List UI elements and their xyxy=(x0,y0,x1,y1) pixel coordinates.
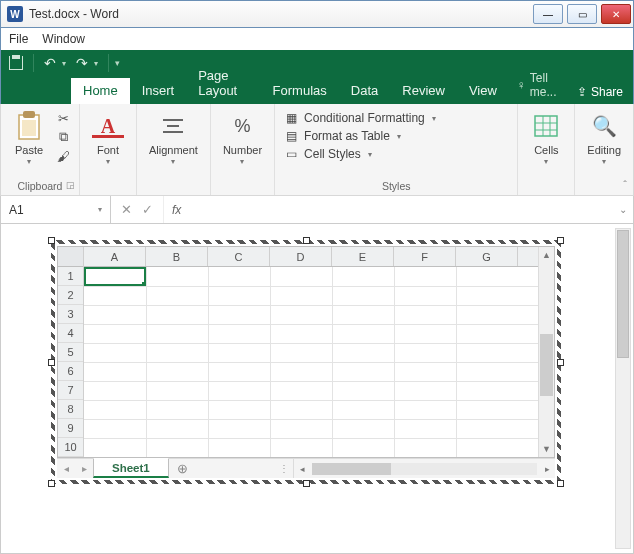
group-font: A Font ▾ xyxy=(80,104,137,195)
close-button[interactable]: ✕ xyxy=(601,4,631,24)
document-area[interactable]: 1 2 3 4 5 6 7 8 9 10 A B C D xyxy=(0,224,634,554)
row-header[interactable]: 3 xyxy=(58,305,83,324)
row-header[interactable]: 4 xyxy=(58,324,83,343)
share-button[interactable]: ⇪Share xyxy=(567,80,633,104)
document-vertical-scrollbar[interactable] xyxy=(615,228,631,549)
scroll-right-icon[interactable]: ▸ xyxy=(539,464,555,474)
undo-button[interactable]: ↶ xyxy=(44,55,56,71)
editing-button[interactable]: 🔍 Editing ▾ xyxy=(583,108,625,168)
sheet-horizontal-scrollbar[interactable]: ◂ ▸ xyxy=(293,459,555,478)
number-button[interactable]: % Number ▾ xyxy=(219,108,266,168)
row-header[interactable]: 2 xyxy=(58,286,83,305)
format-painter-icon[interactable]: 🖌 xyxy=(55,148,71,164)
svg-rect-2 xyxy=(22,120,36,136)
name-box[interactable]: A1▾ xyxy=(1,196,111,223)
expand-formula-bar[interactable]: ⌄ xyxy=(613,204,633,215)
sheet-vertical-scrollbar[interactable]: ▲ ▼ xyxy=(538,247,554,457)
row-header[interactable]: 1 xyxy=(58,267,83,286)
scroll-left-icon[interactable]: ◂ xyxy=(294,464,310,474)
fx-icon[interactable]: fx xyxy=(164,203,189,217)
menu-file[interactable]: File xyxy=(9,32,28,46)
font-button[interactable]: A Font ▾ xyxy=(88,108,128,168)
enter-formula-icon[interactable]: ✓ xyxy=(142,202,153,217)
resize-handle-se[interactable] xyxy=(557,480,564,487)
row-header[interactable]: 8 xyxy=(58,400,83,419)
column-header[interactable]: E xyxy=(332,247,394,266)
row-header[interactable]: 5 xyxy=(58,343,83,362)
group-cells: Cells ▾ xyxy=(518,104,575,195)
tab-data[interactable]: Data xyxy=(339,78,390,104)
redo-dropdown[interactable]: ▾ xyxy=(94,59,98,68)
scroll-thumb[interactable] xyxy=(540,334,553,396)
qat-customize[interactable]: ▾ xyxy=(115,58,120,68)
resize-handle-nw[interactable] xyxy=(48,237,55,244)
minimize-button[interactable]: — xyxy=(533,4,563,24)
cond-format-icon: ▦ xyxy=(283,110,299,126)
embedded-spreadsheet-object[interactable]: 1 2 3 4 5 6 7 8 9 10 A B C D xyxy=(51,240,561,484)
row-header[interactable]: 9 xyxy=(58,419,83,438)
column-header[interactable]: C xyxy=(208,247,270,266)
font-icon: A xyxy=(92,110,124,142)
formula-input[interactable] xyxy=(189,196,613,223)
resize-handle-e[interactable] xyxy=(557,359,564,366)
scroll-up-icon[interactable]: ▲ xyxy=(539,247,554,263)
resize-handle-w[interactable] xyxy=(48,359,55,366)
undo-dropdown[interactable]: ▾ xyxy=(62,59,66,68)
add-sheet-button[interactable]: ⊕ xyxy=(169,459,197,478)
sheet-nav-first[interactable]: ◂ xyxy=(57,459,75,478)
select-all-corner[interactable] xyxy=(58,247,83,267)
find-icon: 🔍 xyxy=(588,110,620,142)
row-header[interactable]: 10 xyxy=(58,438,83,457)
tab-insert[interactable]: Insert xyxy=(130,78,187,104)
percent-icon: % xyxy=(226,110,258,142)
copy-icon[interactable]: ⧉ xyxy=(55,129,71,145)
cell-styles-button[interactable]: ▭Cell Styles▾ xyxy=(283,146,436,162)
collapse-ribbon-button[interactable]: ˆ xyxy=(623,179,627,191)
tab-review[interactable]: Review xyxy=(390,78,457,104)
row-header[interactable]: 7 xyxy=(58,381,83,400)
separator xyxy=(33,54,34,72)
format-as-table-button[interactable]: ▤Format as Table▾ xyxy=(283,128,436,144)
paste-button[interactable]: Paste ▾ xyxy=(9,108,49,168)
save-icon[interactable] xyxy=(9,56,23,70)
scroll-thumb[interactable] xyxy=(617,230,629,358)
cell-grid[interactable] xyxy=(84,267,538,457)
menu-window[interactable]: Window xyxy=(42,32,85,46)
clipboard-launcher[interactable]: ◲ xyxy=(66,180,75,190)
tab-formulas[interactable]: Formulas xyxy=(261,78,339,104)
tab-view[interactable]: View xyxy=(457,78,509,104)
tab-page-layout[interactable]: Page Layout xyxy=(186,63,260,104)
conditional-formatting-button[interactable]: ▦Conditional Formatting▾ xyxy=(283,110,436,126)
row-header[interactable]: 6 xyxy=(58,362,83,381)
cancel-formula-icon[interactable]: ✕ xyxy=(121,202,132,217)
tab-split[interactable]: ⋮ xyxy=(275,459,293,478)
column-header[interactable]: G xyxy=(456,247,518,266)
sheet-tab[interactable]: Sheet1 xyxy=(93,458,169,478)
clipboard-group-label: Clipboard xyxy=(18,180,63,192)
number-label: Number xyxy=(223,144,262,156)
scroll-thumb[interactable] xyxy=(312,463,391,475)
resize-handle-ne[interactable] xyxy=(557,237,564,244)
font-label: Font xyxy=(97,144,119,156)
maximize-button[interactable]: ▭ xyxy=(567,4,597,24)
column-header[interactable]: F xyxy=(394,247,456,266)
group-alignment: Alignment ▾ xyxy=(137,104,211,195)
column-header[interactable]: B xyxy=(146,247,208,266)
word-app-icon: W xyxy=(7,6,23,22)
styles-group-label: Styles xyxy=(382,180,411,192)
resize-handle-s[interactable] xyxy=(303,480,310,487)
tell-me-search[interactable]: ♀Tell me... xyxy=(509,66,567,104)
column-header[interactable]: D xyxy=(270,247,332,266)
scroll-down-icon[interactable]: ▼ xyxy=(539,441,554,457)
alignment-button[interactable]: Alignment ▾ xyxy=(145,108,202,168)
column-header[interactable]: A xyxy=(84,247,146,266)
sheet-nav-prev[interactable]: ▸ xyxy=(75,459,93,478)
resize-handle-sw[interactable] xyxy=(48,480,55,487)
selected-cell[interactable] xyxy=(84,267,146,286)
cut-icon[interactable]: ✂ xyxy=(55,110,71,126)
clipboard-icon xyxy=(13,110,45,142)
tab-home[interactable]: Home xyxy=(71,78,130,104)
redo-button[interactable]: ↷ xyxy=(76,55,88,71)
resize-handle-n[interactable] xyxy=(303,237,310,244)
cells-button[interactable]: Cells ▾ xyxy=(526,108,566,168)
